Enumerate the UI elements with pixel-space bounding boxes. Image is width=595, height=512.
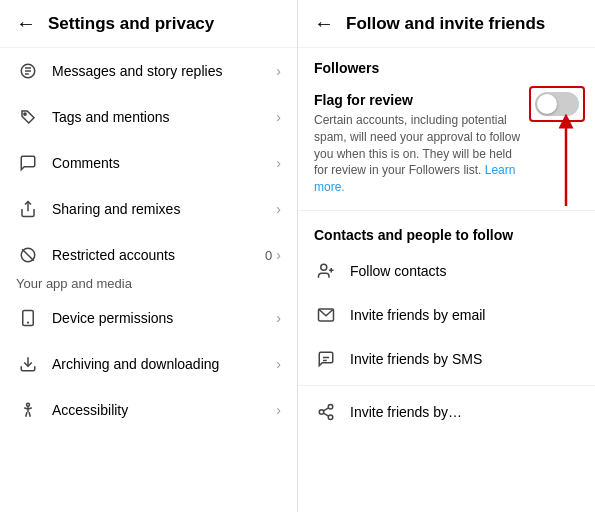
chevron-sharing: › [276,201,281,217]
svg-point-22 [328,404,333,409]
follow-contacts-row[interactable]: Follow contacts [298,249,595,293]
invite-other-icon [314,400,338,424]
svg-point-24 [328,415,333,420]
tags-icon [16,105,40,129]
right-back-arrow[interactable]: ← [314,12,334,35]
menu-item-comments[interactable]: Comments › [0,140,297,186]
contacts-heading: Contacts and people to follow [298,215,595,249]
chevron-restricted: › [276,247,281,263]
menu-label-restricted: Restricted accounts [52,247,265,263]
menu-label-comments: Comments [52,155,276,171]
section-label-app: Your app and media [0,266,297,295]
device-icon [16,306,40,330]
chevron-messages: › [276,63,281,79]
right-header: ← Follow and invite friends [298,0,595,48]
invite-email-label: Invite friends by email [350,307,579,323]
menu-label-messages: Messages and story replies [52,63,276,79]
left-header: ← Settings and privacy [0,0,297,48]
svg-point-23 [319,410,324,415]
menu-item-device[interactable]: Device permissions › [0,295,297,341]
menu-item-restricted[interactable]: Restricted accounts 0 › [0,232,297,266]
flag-label-section: Flag for review Certain accounts, includ… [314,92,523,196]
menu-label-sharing: Sharing and remixes [52,201,276,217]
restricted-icon [16,243,40,266]
right-panel: ← Follow and invite friends Followers Fl… [298,0,595,512]
menu-item-accessibility[interactable]: Accessibility › [0,387,297,433]
toggle-thumb [537,94,557,114]
invite-email-row[interactable]: Invite friends by email [298,293,595,337]
badge-restricted: 0 [265,248,272,263]
right-content: Followers Flag for review Certain accoun… [298,48,595,512]
menu-label-device: Device permissions [52,310,276,326]
menu-item-tags[interactable]: Tags and mentions › [0,94,297,140]
flag-review-desc: Certain accounts, including potential sp… [314,112,523,196]
flag-review-title: Flag for review [314,92,523,108]
accessibility-icon [16,398,40,422]
messages-icon [16,59,40,83]
chevron-device: › [276,310,281,326]
menu-label-archive: Archiving and downloading [52,356,276,372]
invite-other-row[interactable]: Invite friends by… [298,390,595,434]
left-back-arrow[interactable]: ← [16,12,36,35]
follow-contacts-icon [314,259,338,283]
follow-contacts-label: Follow contacts [350,263,579,279]
menu-item-messages[interactable]: Messages and story replies › [0,48,297,94]
menu-item-sharing[interactable]: Sharing and remixes › [0,186,297,232]
invite-other-label: Invite friends by… [350,404,579,420]
chevron-tags: › [276,109,281,125]
left-panel: ← Settings and privacy Messages and stor… [0,0,298,512]
invite-sms-label: Invite friends by SMS [350,351,579,367]
left-panel-title: Settings and privacy [48,14,214,34]
divider-1 [298,210,595,211]
flag-review-row[interactable]: Flag for review Certain accounts, includ… [298,82,595,206]
sharing-icon [16,197,40,221]
menu-label-accessibility: Accessibility [52,402,276,418]
divider-2 [298,385,595,386]
svg-line-4 [22,249,34,261]
comments-icon [16,151,40,175]
right-panel-title: Follow and invite friends [346,14,545,34]
toggle-track [535,92,579,116]
svg-point-1 [24,113,26,115]
svg-line-26 [323,408,328,411]
svg-point-13 [27,403,30,406]
followers-heading: Followers [298,48,595,82]
chevron-accessibility: › [276,402,281,418]
menu-item-archive[interactable]: Archiving and downloading › [0,341,297,387]
menu-list: Messages and story replies › Tags and me… [0,48,297,266]
invite-sms-row[interactable]: Invite friends by SMS [298,337,595,381]
chevron-archive: › [276,356,281,372]
chevron-comments: › [276,155,281,171]
svg-point-16 [321,264,327,270]
archive-icon [16,352,40,376]
svg-line-25 [323,413,328,416]
flag-review-toggle[interactable] [535,92,579,116]
invite-email-icon [314,303,338,327]
invite-sms-icon [314,347,338,371]
section-menu-list: Device permissions › Archiving and downl… [0,295,297,513]
menu-label-tags: Tags and mentions [52,109,276,125]
